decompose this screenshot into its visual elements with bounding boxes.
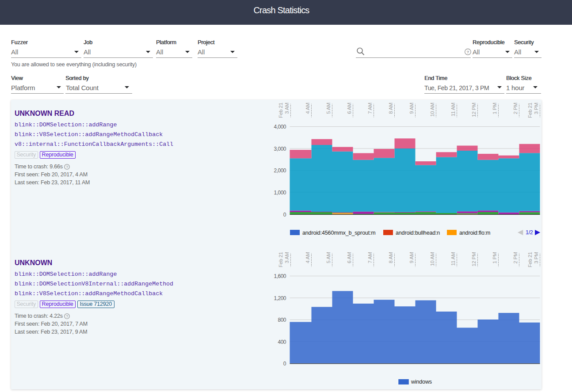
svg-text:Feb 21: Feb 21: [527, 252, 533, 267]
svg-text:1,000: 1,000: [274, 190, 286, 196]
svg-text:11 AM: 11 AM: [450, 103, 456, 116]
svg-text:9 AM: 9 AM: [409, 252, 414, 263]
svg-text:Feb 21: Feb 21: [527, 103, 533, 118]
svg-text:3 AM: 3 AM: [284, 103, 290, 114]
svg-text:2 PM: 2 PM: [513, 103, 518, 114]
svg-text:android:bullhead:n: android:bullhead:n: [396, 230, 440, 236]
svg-text:4 AM: 4 AM: [305, 103, 310, 114]
svg-text:2,000: 2,000: [274, 167, 286, 174]
svg-text:3 PM: 3 PM: [534, 103, 539, 114]
svg-text:4 AM: 4 AM: [305, 252, 310, 263]
svg-text:0: 0: [283, 212, 286, 218]
svg-text:6 AM: 6 AM: [347, 103, 352, 114]
svg-text:8 AM: 8 AM: [388, 103, 393, 114]
svg-text:1,200: 1,200: [274, 295, 286, 301]
svg-text:Feb 21: Feb 21: [278, 103, 283, 118]
svg-text:1 PM: 1 PM: [492, 252, 497, 263]
svg-text:3 AM: 3 AM: [284, 252, 290, 263]
svg-text:android:4560mmx_b_sprout:m: android:4560mmx_b_sprout:m: [302, 230, 376, 236]
svg-text:2 PM: 2 PM: [513, 252, 518, 263]
svg-text:Feb 21: Feb 21: [278, 252, 283, 267]
svg-text:9 AM: 9 AM: [409, 103, 414, 114]
svg-text:android:flo:m: android:flo:m: [459, 230, 490, 236]
svg-text:7 AM: 7 AM: [367, 252, 373, 263]
svg-text:12 PM: 12 PM: [471, 103, 477, 117]
svg-text:3 PM: 3 PM: [534, 252, 539, 263]
svg-text:8 AM: 8 AM: [388, 252, 393, 263]
svg-text:5 AM: 5 AM: [326, 103, 331, 114]
svg-text:7 AM: 7 AM: [367, 103, 373, 114]
svg-text:1,600: 1,600: [274, 273, 286, 279]
svg-text:1/2: 1/2: [526, 229, 533, 236]
svg-text:1 PM: 1 PM: [492, 103, 497, 114]
svg-text:800: 800: [278, 317, 286, 323]
svg-text:4,000: 4,000: [274, 124, 286, 130]
svg-text:10 AM: 10 AM: [430, 103, 435, 117]
svg-text:0: 0: [283, 361, 286, 367]
svg-text:11 AM: 11 AM: [450, 252, 456, 266]
svg-text:6 AM: 6 AM: [347, 252, 352, 263]
svg-text:windows: windows: [411, 379, 432, 385]
svg-text:3,000: 3,000: [274, 146, 286, 152]
svg-text:12 PM: 12 PM: [471, 252, 477, 266]
svg-text:5 AM: 5 AM: [326, 252, 331, 263]
svg-text:10 AM: 10 AM: [430, 252, 435, 266]
svg-text:400: 400: [278, 339, 286, 345]
